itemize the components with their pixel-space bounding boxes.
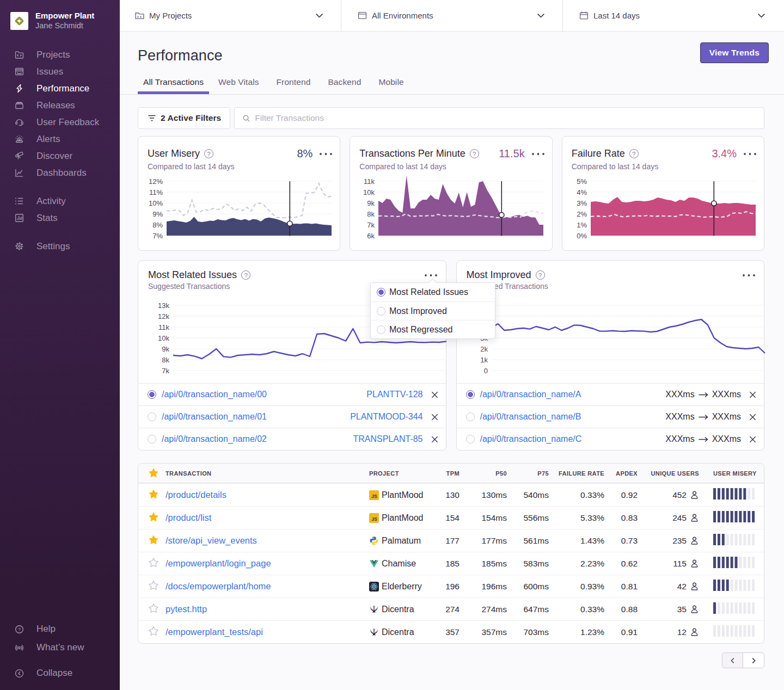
svg-text:11k: 11k	[158, 323, 169, 331]
svg-text:5%: 5%	[577, 177, 587, 186]
svg-text:JS: JS	[371, 493, 377, 498]
svg-text:?: ?	[18, 626, 21, 632]
svg-text:11k: 11k	[364, 177, 375, 186]
svg-text:1k: 1k	[480, 356, 488, 364]
svg-text:10k: 10k	[363, 188, 375, 196]
svg-text:13k: 13k	[158, 301, 169, 310]
svg-text:7k: 7k	[162, 367, 169, 375]
svg-text:10k: 10k	[158, 334, 169, 342]
svg-text:1%: 1%	[577, 221, 587, 229]
svg-text:0%: 0%	[577, 232, 587, 240]
svg-text:11%: 11%	[149, 188, 163, 196]
svg-text:12k: 12k	[158, 312, 169, 321]
svg-text:2k: 2k	[480, 345, 488, 353]
svg-text:0: 0	[483, 367, 487, 375]
svg-text:9k: 9k	[367, 199, 375, 207]
svg-text:9%: 9%	[152, 210, 163, 218]
svg-text:8%: 8%	[152, 221, 163, 229]
svg-text:7%: 7%	[152, 232, 163, 240]
svg-text:6k: 6k	[367, 232, 375, 240]
svg-text:JS: JS	[371, 516, 377, 521]
svg-text:4%: 4%	[577, 188, 587, 196]
svg-text:3%: 3%	[577, 199, 587, 207]
svg-text:8k: 8k	[367, 210, 375, 218]
svg-text:8k: 8k	[162, 356, 169, 364]
svg-text:7k: 7k	[367, 221, 375, 229]
svg-text:12%: 12%	[149, 177, 163, 186]
svg-text:10%: 10%	[149, 199, 163, 207]
svg-text:9k: 9k	[162, 345, 169, 353]
svg-text:2%: 2%	[577, 210, 587, 218]
